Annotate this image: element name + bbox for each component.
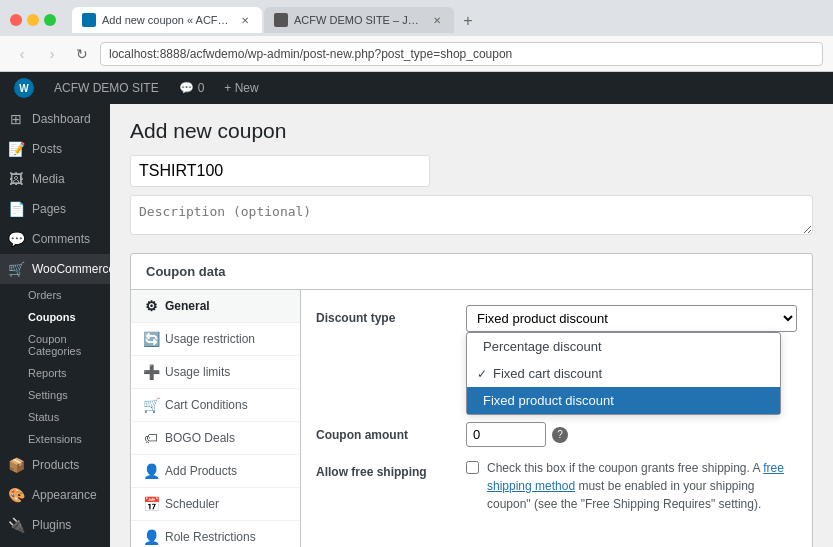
media-icon: 🖼: [8, 171, 24, 187]
coupon-code-input[interactable]: [130, 155, 430, 187]
sidebar-item-woocommerce[interactable]: 🛒 WooCommerce: [0, 254, 110, 284]
usage-limits-icon: ➕: [143, 364, 159, 380]
dropdown-option-fixed-product[interactable]: Fixed product discount: [467, 387, 780, 414]
dashboard-icon: ⊞: [8, 111, 24, 127]
wp-admin: W ACFW DEMO SITE 💬 0 + New ⊞ Dashboard 📝…: [0, 72, 833, 547]
comments-item[interactable]: 💬 0: [173, 77, 211, 99]
page-title: Add new coupon: [130, 119, 813, 143]
main-content: Add new coupon Coupon data ⚙ General 🔄 U…: [110, 104, 833, 547]
refresh-button[interactable]: ↻: [70, 42, 94, 66]
coupon-tabs: ⚙ General 🔄 Usage restriction ➕ Usage li…: [131, 290, 301, 547]
address-text: localhost:8888/acfwdemo/wp-admin/post-ne…: [109, 47, 512, 61]
wp-logo-item[interactable]: W: [8, 74, 40, 102]
browser-nav: ‹ › ↻ localhost:8888/acfwdemo/wp-admin/p…: [0, 36, 833, 72]
tab-scheduler-label: Scheduler: [165, 497, 219, 511]
browser-titlebar: Add new coupon « ACFW DEM... ✕ ACFW DEMO…: [0, 0, 833, 36]
sidebar-subitem-reports[interactable]: Reports: [0, 362, 110, 384]
coupon-categories-label: Coupon Categories: [28, 333, 102, 357]
discount-type-value: Percentage discount Fixed cart discount …: [466, 305, 797, 332]
sidebar-item-posts[interactable]: 📝 Posts: [0, 134, 110, 164]
tab-close-inactive[interactable]: ✕: [430, 13, 444, 27]
free-shipping-row: Allow free shipping Check this box if th…: [316, 459, 797, 513]
discount-dropdown-menu: Percentage discount ✓ Fixed cart discoun…: [466, 332, 781, 415]
tab-bogo-deals-label: BOGO Deals: [165, 431, 235, 445]
tab-usage-limits[interactable]: ➕ Usage limits: [131, 356, 300, 389]
comments-icon: 💬: [8, 231, 24, 247]
minimize-button[interactable]: [27, 14, 39, 26]
sidebar-subitem-coupons[interactable]: Coupons: [0, 306, 110, 328]
sidebar-subitem-orders[interactable]: Orders: [0, 284, 110, 306]
option-label-fixed-cart: Fixed cart discount: [493, 366, 602, 381]
tab-usage-restriction[interactable]: 🔄 Usage restriction: [131, 323, 300, 356]
coupons-label: Coupons: [28, 311, 76, 323]
sidebar-item-plugins[interactable]: 🔌 Plugins: [0, 510, 110, 540]
tab-general[interactable]: ⚙ General: [131, 290, 300, 323]
address-bar[interactable]: localhost:8888/acfwdemo/wp-admin/post-ne…: [100, 42, 823, 66]
orders-label: Orders: [28, 289, 62, 301]
reports-label: Reports: [28, 367, 67, 379]
tab-role-restrictions[interactable]: 👤 Role Restrictions: [131, 521, 300, 547]
comment-icon: 💬: [179, 81, 194, 95]
sidebar-item-media[interactable]: 🖼 Media: [0, 164, 110, 194]
free-shipping-checkbox[interactable]: [466, 461, 479, 474]
tab-favicon: [82, 13, 96, 27]
discount-type-dropdown-wrapper: Percentage discount Fixed cart discount …: [466, 305, 797, 332]
sidebar-item-appearance[interactable]: 🎨 Appearance: [0, 480, 110, 510]
comments-count: 0: [198, 81, 205, 95]
sidebar-item-products[interactable]: 📦 Products: [0, 450, 110, 480]
forward-button[interactable]: ›: [40, 42, 64, 66]
tab-label-inactive: ACFW DEMO SITE – Just anot...: [294, 14, 424, 26]
tab-close-active[interactable]: ✕: [238, 13, 252, 27]
sidebar-label-dashboard: Dashboard: [32, 112, 91, 126]
usage-restriction-icon: 🔄: [143, 331, 159, 347]
discount-type-select[interactable]: Percentage discount Fixed cart discount …: [466, 305, 797, 332]
coupon-data-header: Coupon data: [131, 254, 812, 290]
appearance-icon: 🎨: [8, 487, 24, 503]
discount-type-label: Discount type: [316, 305, 456, 325]
coupon-fields: Discount type Percentage discount Fixed …: [301, 290, 812, 547]
sidebar-item-comments[interactable]: 💬 Comments: [0, 224, 110, 254]
dropdown-option-fixed-cart[interactable]: ✓ Fixed cart discount: [467, 360, 780, 387]
content-inner: Add new coupon Coupon data ⚙ General 🔄 U…: [110, 104, 833, 547]
checkmark-fixed-cart: ✓: [477, 367, 487, 381]
general-tab-icon: ⚙: [143, 298, 159, 314]
close-button[interactable]: [10, 14, 22, 26]
tab-add-products-label: Add Products: [165, 464, 237, 478]
sidebar-label-posts: Posts: [32, 142, 62, 156]
maximize-button[interactable]: [44, 14, 56, 26]
new-tab-button[interactable]: +: [456, 9, 480, 33]
browser-tab-inactive[interactable]: ACFW DEMO SITE – Just anot... ✕: [264, 7, 454, 33]
new-item[interactable]: + New: [218, 77, 264, 99]
sidebar-item-users[interactable]: 👤 Users: [0, 540, 110, 547]
browser-tab-active[interactable]: Add new coupon « ACFW DEM... ✕: [72, 7, 262, 33]
role-restrictions-icon: 👤: [143, 529, 159, 545]
traffic-lights: [10, 14, 56, 26]
coupon-amount-help-icon[interactable]: ?: [552, 427, 568, 443]
wp-logo: W: [14, 78, 34, 98]
dropdown-option-percentage[interactable]: Percentage discount: [467, 333, 780, 360]
extensions-label: Extensions: [28, 433, 82, 445]
browser-tabs: Add new coupon « ACFW DEM... ✕ ACFW DEMO…: [62, 7, 823, 33]
cart-conditions-icon: 🛒: [143, 397, 159, 413]
tab-usage-limits-label: Usage limits: [165, 365, 230, 379]
back-button[interactable]: ‹: [10, 42, 34, 66]
coupon-amount-row: Coupon amount ?: [316, 422, 797, 447]
tab-cart-conditions[interactable]: 🛒 Cart Conditions: [131, 389, 300, 422]
sidebar-subitem-settings[interactable]: Settings: [0, 384, 110, 406]
sidebar-item-dashboard[interactable]: ⊞ Dashboard: [0, 104, 110, 134]
sidebar-menu: ⊞ Dashboard 📝 Posts 🖼 Media 📄 Pages 💬 Co…: [0, 104, 110, 547]
description-input[interactable]: [130, 195, 813, 235]
free-shipping-link[interactable]: free shipping method: [487, 461, 784, 493]
coupon-amount-input[interactable]: [466, 422, 546, 447]
coupon-data-box: Coupon data ⚙ General 🔄 Usage restrictio…: [130, 253, 813, 547]
sidebar-subitem-extensions[interactable]: Extensions: [0, 428, 110, 450]
sidebar-label-products: Products: [32, 458, 79, 472]
tab-bogo-deals[interactable]: 🏷 BOGO Deals: [131, 422, 300, 455]
site-name-item[interactable]: ACFW DEMO SITE: [48, 77, 165, 99]
tab-add-products[interactable]: 👤 Add Products: [131, 455, 300, 488]
sidebar-item-pages[interactable]: 📄 Pages: [0, 194, 110, 224]
site-name: ACFW DEMO SITE: [54, 81, 159, 95]
sidebar-subitem-coupon-categories[interactable]: Coupon Categories: [0, 328, 110, 362]
tab-scheduler[interactable]: 📅 Scheduler: [131, 488, 300, 521]
sidebar-subitem-status[interactable]: Status: [0, 406, 110, 428]
